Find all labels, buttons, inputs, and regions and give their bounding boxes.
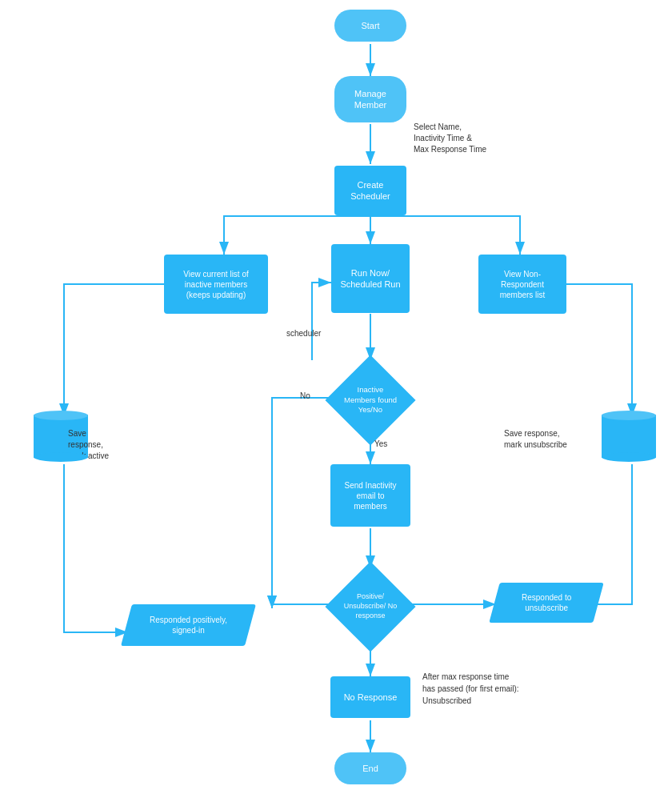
responded-unsubscribe-label: Responded to unsubscribe <box>522 592 571 613</box>
view-non-respondent-label: View Non- Respondent members list <box>500 269 546 300</box>
send-inactivity-label: Send Inactivity email to members <box>344 480 396 511</box>
run-now-label: Run Now/ Scheduled Run <box>340 267 400 291</box>
manage-member-shape: Manage Member <box>334 76 406 122</box>
responded-positive-shape: Responded positively, signed-in <box>121 604 256 646</box>
start-label: Start <box>361 20 379 31</box>
end-shape: End <box>334 752 406 784</box>
run-now-shape: Run Now/ Scheduled Run <box>331 244 410 313</box>
positive-diamond-text: Positive/ Unsubscribe/ No response <box>330 567 410 647</box>
no-response-label: No Response <box>344 692 398 703</box>
send-inactivity-shape: Send Inactivity email to members <box>330 464 410 527</box>
start-shape: Start <box>334 10 406 42</box>
responded-unsubscribe-shape: Responded to unsubscribe <box>489 583 603 623</box>
flowchart: Start Manage Member Select Name, Inactiv… <box>0 0 672 806</box>
inactive-diamond-shape: Inactive Members found Yes/No <box>330 360 410 440</box>
right-cylinder <box>602 408 656 464</box>
inactive-diamond-text: Inactive Members found Yes/No <box>330 360 410 440</box>
positive-diamond-shape: Positive/ Unsubscribe/ No response <box>330 567 410 647</box>
scheduler-label: scheduler <box>286 328 321 339</box>
save-unsubscribe-label: Save response, mark unsubscribe <box>504 428 567 451</box>
no-response-shape: No Response <box>330 676 410 718</box>
view-inactive-label: View current list of inactive members (k… <box>183 269 249 300</box>
responded-positive-label: Responded positively, signed-in <box>150 615 227 636</box>
select-label: Select Name, Inactivity Time & Max Respo… <box>414 122 486 155</box>
create-scheduler-shape: Create Scheduler <box>334 166 406 215</box>
create-scheduler-label: Create Scheduler <box>350 179 390 203</box>
manage-member-label: Manage Member <box>354 88 386 111</box>
yes-label-inactive: Yes <box>374 439 387 450</box>
after-max-label: After max response time has passed (for … <box>422 671 519 707</box>
view-non-respondent-shape: View Non- Respondent members list <box>478 255 566 314</box>
view-inactive-shape: View current list of inactive members (k… <box>164 255 268 314</box>
no-label-inactive: No <box>300 391 310 402</box>
end-label: End <box>362 763 378 774</box>
